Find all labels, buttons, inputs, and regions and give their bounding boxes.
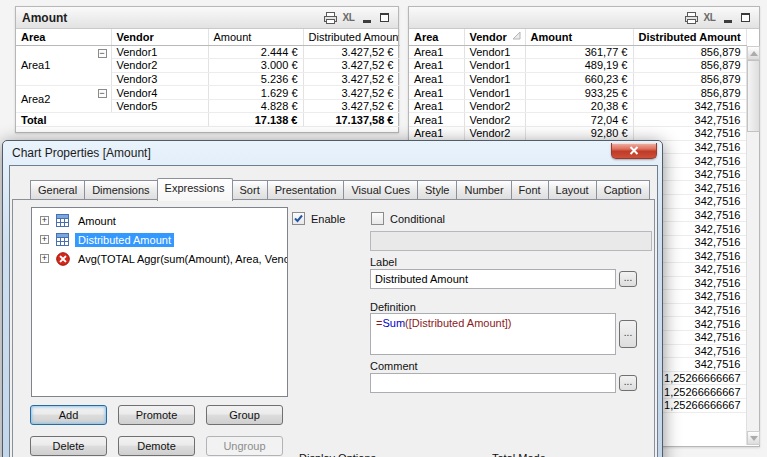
straight-window-caption[interactable]: XL [409, 7, 759, 29]
vendor-cell[interactable]: Vendor5 [111, 99, 208, 113]
vendor-cell[interactable]: Vendor1 [464, 86, 525, 100]
area-cell[interactable]: Area1 [409, 59, 464, 73]
dist-cell[interactable]: 342,7516 [633, 113, 746, 127]
amount-cell[interactable]: 20,38 € [525, 99, 633, 113]
dist-cell[interactable]: 856,879 [633, 72, 746, 86]
col-header-amount[interactable]: Amount [525, 29, 633, 45]
amount-cell[interactable]: 3.000 € [208, 59, 303, 73]
tab-style[interactable]: Style [417, 180, 457, 200]
vendor-cell[interactable]: Vendor1 [464, 72, 525, 86]
vendor-cell[interactable]: Vendor3 [111, 72, 208, 86]
dist-cell[interactable]: 342,7516 [633, 127, 746, 141]
definition-input[interactable]: =Sum([Distributed Amount]) [370, 313, 616, 355]
close-button[interactable] [611, 143, 657, 159]
dist-cell[interactable]: 3.427,52 € [303, 59, 399, 73]
tab-sort[interactable]: Sort [232, 180, 268, 200]
tab-number[interactable]: Number [456, 180, 511, 200]
tab-visual-cues[interactable]: Visual Cues [343, 180, 418, 200]
delete-button[interactable]: Delete [30, 436, 107, 456]
tab-general[interactable]: General [30, 180, 85, 200]
amount-cell[interactable]: 72,04 € [525, 113, 633, 127]
conditional-checkbox[interactable] [371, 212, 384, 225]
promote-button[interactable]: Promote [118, 405, 195, 425]
area-cell[interactable]: −Area2 [16, 86, 111, 113]
maximize-icon[interactable] [738, 11, 753, 25]
amount-cell[interactable]: 361,77 € [525, 45, 633, 59]
definition-ellipsis-button[interactable]: ... [619, 320, 637, 348]
excel-icon[interactable]: XL [341, 11, 356, 25]
expression-label[interactable]: Amount [75, 214, 119, 228]
col-header-vendor[interactable]: Vendor [111, 29, 208, 45]
pivot-window-caption[interactable]: Amount XL [16, 7, 398, 29]
col-header-vendor[interactable]: Vendor [464, 29, 525, 45]
vendor-cell[interactable]: Vendor2 [464, 127, 525, 141]
col-header-amount[interactable]: Amount [208, 29, 303, 45]
excel-icon[interactable]: XL [702, 11, 717, 25]
collapse-icon[interactable]: − [98, 89, 107, 98]
dist-cell[interactable]: 856,879 [633, 59, 746, 73]
tab-dimensions[interactable]: Dimensions [84, 180, 157, 200]
expression-item[interactable]: +Amount [32, 211, 287, 230]
amount-cell[interactable]: 2.444 € [208, 45, 303, 59]
minimize-icon[interactable] [720, 11, 735, 25]
vertical-scrollbar[interactable] [746, 46, 759, 445]
vendor-cell[interactable]: Vendor2 [111, 59, 208, 73]
print-icon[interactable] [323, 11, 338, 25]
dist-cell[interactable]: 856,879 [633, 45, 746, 59]
dist-cell[interactable]: 3.427,52 € [303, 86, 399, 100]
dist-cell[interactable]: 3.427,52 € [303, 45, 399, 59]
amount-cell[interactable]: 489,19 € [525, 59, 633, 73]
maximize-icon[interactable] [377, 11, 392, 25]
comment-input[interactable] [370, 373, 616, 393]
vendor-cell[interactable]: Vendor2 [464, 99, 525, 113]
collapse-icon[interactable]: − [98, 49, 107, 58]
expand-icon[interactable]: + [40, 235, 49, 244]
print-icon[interactable] [684, 11, 699, 25]
label-ellipsis-button[interactable]: ... [619, 271, 637, 287]
scroll-down-button[interactable] [747, 431, 760, 445]
enable-checkbox[interactable] [292, 212, 305, 225]
expression-item[interactable]: +Avg(TOTAL Aggr(sum(Amount), Area, Venc [32, 249, 287, 268]
area-cell[interactable]: Area1 [409, 86, 464, 100]
demote-button[interactable]: Demote [118, 436, 195, 456]
area-cell[interactable]: Area1 [409, 72, 464, 86]
dist-cell[interactable]: 342,7516 [633, 99, 746, 113]
area-cell[interactable]: Area1 [409, 45, 464, 59]
amount-cell[interactable]: 660,23 € [525, 72, 633, 86]
area-cell[interactable]: Area1 [409, 99, 464, 113]
tab-expressions[interactable]: Expressions [157, 178, 233, 201]
label-input[interactable] [370, 269, 616, 289]
scrollbar-thumb[interactable] [747, 60, 760, 132]
scroll-up-button[interactable] [747, 46, 760, 60]
comment-ellipsis-button[interactable]: ... [619, 375, 637, 391]
minimize-icon[interactable] [359, 11, 374, 25]
area-cell[interactable]: −Area1 [16, 45, 111, 86]
amount-cell[interactable]: 5.236 € [208, 72, 303, 86]
expression-list[interactable]: +Amount+Distributed Amount+Avg(TOTAL Agg… [31, 207, 288, 397]
add-button[interactable]: Add [30, 405, 107, 425]
dist-cell[interactable]: 856,879 [633, 86, 746, 100]
expression-label[interactable]: Avg(TOTAL Aggr(sum(Amount), Area, Venc [75, 252, 288, 266]
expression-label[interactable]: Distributed Amount [75, 233, 174, 247]
dist-cell[interactable]: 3.427,52 € [303, 99, 399, 113]
tab-font[interactable]: Font [511, 180, 549, 200]
col-header-area[interactable]: Area [409, 29, 464, 45]
area-cell[interactable]: Area1 [409, 127, 464, 141]
tab-caption[interactable]: Caption [596, 180, 650, 200]
expand-icon[interactable]: + [40, 254, 49, 263]
tab-layout[interactable]: Layout [548, 180, 597, 200]
vendor-cell[interactable]: Vendor1 [464, 45, 525, 59]
vendor-cell[interactable]: Vendor1 [111, 45, 208, 59]
area-cell[interactable]: Area1 [409, 113, 464, 127]
vendor-cell[interactable]: Vendor1 [464, 59, 525, 73]
tab-presentation[interactable]: Presentation [267, 180, 345, 200]
group-button[interactable]: Group [206, 405, 283, 425]
amount-cell[interactable]: 1.629 € [208, 86, 303, 100]
amount-cell[interactable]: 933,25 € [525, 86, 633, 100]
col-header-dist[interactable]: Distributed Amount [303, 29, 399, 45]
expression-item[interactable]: +Distributed Amount [32, 230, 287, 249]
amount-cell[interactable]: 92,80 € [525, 127, 633, 141]
col-header-area[interactable]: Area [16, 29, 111, 45]
dist-cell[interactable]: 3.427,52 € [303, 72, 399, 86]
amount-cell[interactable]: 4.828 € [208, 99, 303, 113]
